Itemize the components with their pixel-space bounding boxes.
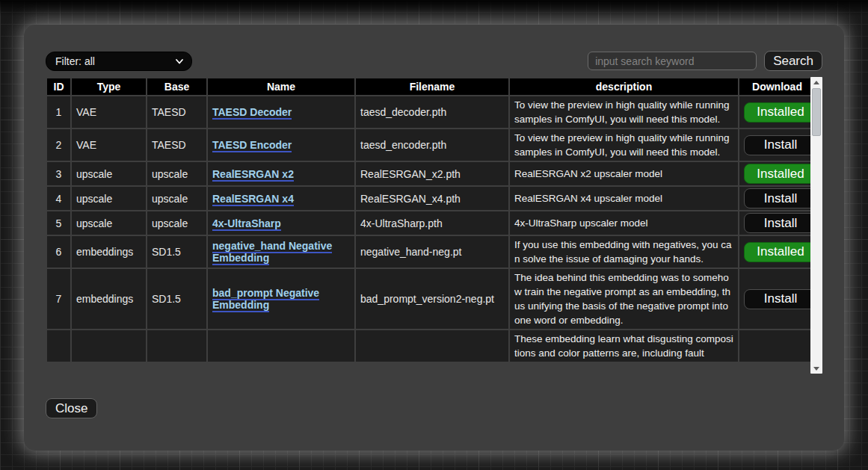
install-state-button[interactable]: Installed [744,102,810,123]
cell-base: upscale [147,186,207,211]
install-state-button[interactable]: Install [744,213,810,233]
cell-description: To view the preview in high quality whil… [509,129,739,161]
header-type: Type [71,78,147,96]
cell-type: upscale [71,161,147,186]
filter-dropdown-value: Filter: all [55,55,175,67]
cell-type: VAE [71,129,147,161]
cell-name: TAESD Decoder [207,96,355,129]
cell-name: 4x-UltraSharp [207,211,355,235]
install-state-button[interactable]: Installed [744,242,810,262]
cell-name [207,330,355,362]
header-filename: Filename [355,78,509,96]
model-name-link[interactable]: RealESRGAN x2 [212,168,294,182]
cell-filename: RealESRGAN_x4.pth [355,186,509,211]
cell-download: Install [739,129,810,161]
cell-base: TAESD [147,129,207,161]
table-scrollbar[interactable] [810,77,822,374]
top-shadow [0,0,868,16]
header-base: Base [147,78,207,96]
cell-base: upscale [147,211,207,235]
cell-download: Install [739,211,810,235]
search-input[interactable] [588,52,757,70]
table-row: 5 upscale upscale 4x-UltraSharp 4x-Ultra… [46,211,810,235]
cell-filename: taesd_decoder.pth [355,96,509,129]
models-table: ID Type Base Name Filename description D… [46,77,810,363]
cell-download: Install [739,186,810,211]
cell-type: embeddings [71,235,147,268]
table-row: These embedding learn what disgusting co… [46,330,810,362]
cell-description: The idea behind this embedding was to so… [509,268,739,330]
cell-filename: taesd_encoder.pth [355,129,509,161]
table-row: 6 embeddings SD1.5 negative_hand Negativ… [46,235,810,268]
cell-filename: bad_prompt_version2-neg.pt [355,268,509,330]
cell-base: SD1.5 [147,235,207,268]
scrollbar-thumb[interactable] [812,88,821,136]
model-name-link[interactable]: negative_hand Negative Embedding [212,240,332,265]
chevron-down-icon [175,57,184,66]
cell-description: RealESRGAN x2 upscaler model [509,161,739,186]
cell-id [46,330,71,362]
cell-base: upscale [147,161,207,186]
header-id: ID [46,78,71,96]
model-name-link[interactable]: bad_prompt Negative Embedding [212,287,319,312]
cell-description: RealESRGAN x4 upscaler model [509,186,739,211]
cell-base [147,330,207,362]
cell-base: TAESD [147,96,207,129]
cell-filename: RealESRGAN_x2.pth [355,161,509,186]
cell-download [739,330,810,362]
cell-id: 4 [46,186,71,211]
table-row: 2 VAE TAESD TAESD Encoder taesd_encoder.… [46,129,810,161]
cell-id: 7 [46,268,71,330]
dialog-toolbar: Filter: all Search [46,51,822,71]
scroll-up-icon[interactable] [810,77,822,87]
model-name-link[interactable]: TAESD Encoder [212,139,292,152]
search-button[interactable]: Search [764,51,822,71]
cell-name: RealESRGAN x2 [207,161,355,186]
cell-id: 2 [46,129,71,161]
model-name-link[interactable]: TAESD Decoder [212,106,292,120]
install-state-button[interactable]: Install [744,289,810,309]
header-name: Name [207,78,355,96]
install-state-button[interactable]: Installed [744,164,810,184]
cell-type: upscale [71,211,147,235]
models-table-viewport: ID Type Base Name Filename description D… [46,77,810,374]
cell-filename: 4x-UltraSharp.pth [355,211,509,235]
filter-dropdown[interactable]: Filter: all [46,52,192,71]
models-table-zone: ID Type Base Name Filename description D… [46,77,822,374]
cell-download: Installed [739,96,810,129]
cell-name: negative_hand Negative Embedding [207,235,355,268]
model-name-link[interactable]: 4x-UltraSharp [212,217,281,231]
header-download: Download [739,78,810,96]
install-state-button[interactable]: Install [744,188,810,208]
cell-type [71,330,147,362]
table-row: 3 upscale upscale RealESRGAN x2 RealESRG… [46,161,810,186]
table-row: 1 VAE TAESD TAESD Decoder taesd_decoder.… [46,96,810,129]
install-state-button[interactable]: Install [744,135,810,155]
close-button[interactable]: Close [46,398,97,418]
cell-name: bad_prompt Negative Embedding [207,268,355,330]
table-header-row: ID Type Base Name Filename description D… [46,78,810,96]
cell-id: 3 [46,161,71,186]
install-models-dialog: Filter: all Search ID Type Base [24,25,844,451]
cell-id: 6 [46,235,71,268]
cell-description: To view the preview in high quality whil… [509,96,739,129]
cell-filename [355,330,509,362]
cell-description: These embedding learn what disgusting co… [509,330,739,362]
header-description: description [509,78,739,96]
cell-description: If you use this embedding with negatives… [509,235,739,268]
model-name-link[interactable]: RealESRGAN x4 [212,193,294,206]
cell-description: 4x-UltraSharp upscaler model [509,211,739,235]
cell-download: Installed [739,161,810,186]
cell-filename: negative_hand-neg.pt [355,235,509,268]
cell-download: Installed [739,235,810,268]
cell-id: 1 [46,96,71,129]
cell-base: SD1.5 [147,268,207,330]
cell-download: Install [739,268,810,330]
cell-type: upscale [71,186,147,211]
cell-name: TAESD Encoder [207,129,355,161]
table-row: 4 upscale upscale RealESRGAN x4 RealESRG… [46,186,810,211]
scroll-down-icon[interactable] [810,363,822,374]
cell-type: VAE [71,96,147,129]
cell-name: RealESRGAN x4 [207,186,355,211]
table-row: 7 embeddings SD1.5 bad_prompt Negative E… [46,268,810,330]
